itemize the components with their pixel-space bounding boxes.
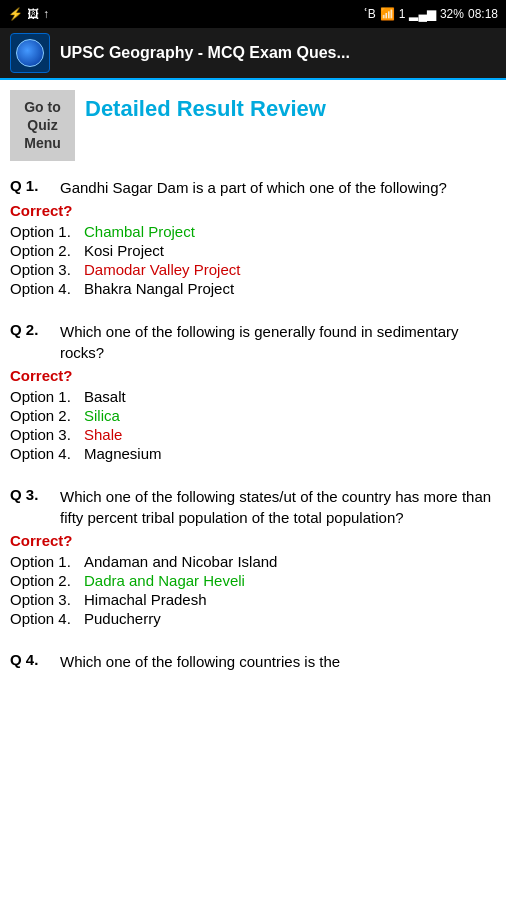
status-right-icons: ʿB 📶 1 ▂▄▆ 32% 08:18 [364, 7, 498, 21]
option-row-2-2: Option 2. Silica [10, 407, 496, 424]
option-label-3-3: Option 3. [10, 591, 78, 608]
option-text-2-3: Shale [84, 426, 122, 443]
option-text-3-1: Andaman and Nicobar Island [84, 553, 277, 570]
option-row-1-2: Option 2. Kosi Project [10, 242, 496, 259]
option-text-1-1: Chambal Project [84, 223, 195, 240]
question-row-2: Q 2. Which one of the following is gener… [10, 321, 496, 363]
app-bar: UPSC Geography - MCQ Exam Ques... [0, 28, 506, 80]
verdict-1: Correct? [10, 202, 496, 219]
question-label-2: Q 2. [10, 321, 50, 363]
question-text-4: Which one of the following countries is … [60, 651, 340, 672]
option-text-1-3: Damodar Valley Project [84, 261, 240, 278]
question-label-3: Q 3. [10, 486, 50, 528]
question-block-3: Q 3. Which one of the following states/u… [10, 486, 496, 627]
option-label-2-4: Option 4. [10, 445, 78, 462]
option-text-1-2: Kosi Project [84, 242, 164, 259]
globe-icon [16, 39, 44, 67]
option-label-1-2: Option 2. [10, 242, 78, 259]
bluetooth-icon: ʿB [364, 7, 376, 21]
question-row-1: Q 1. Gandhi Sagar Dam is a part of which… [10, 177, 496, 198]
battery-level: 32% [440, 7, 464, 21]
question-block-4: Q 4. Which one of the following countrie… [10, 651, 496, 672]
quiz-content: Q 1. Gandhi Sagar Dam is a part of which… [0, 171, 506, 696]
option-row-1-3: Option 3. Damodar Valley Project [10, 261, 496, 278]
option-row-2-1: Option 1. Basalt [10, 388, 496, 405]
option-row-3-1: Option 1. Andaman and Nicobar Island [10, 553, 496, 570]
option-row-1-4: Option 4. Bhakra Nangal Project [10, 280, 496, 297]
image-icon: 🖼 [27, 7, 39, 21]
question-label-4: Q 4. [10, 651, 50, 672]
question-row-4: Q 4. Which one of the following countrie… [10, 651, 496, 672]
option-text-1-4: Bhakra Nangal Project [84, 280, 234, 297]
option-label-2-2: Option 2. [10, 407, 78, 424]
signal-strength: ▂▄▆ [409, 7, 436, 21]
option-text-2-1: Basalt [84, 388, 126, 405]
option-text-2-2: Silica [84, 407, 120, 424]
app-icon [10, 33, 50, 73]
option-label-1-4: Option 4. [10, 280, 78, 297]
option-row-1-1: Option 1. Chambal Project [10, 223, 496, 240]
sim-label: 1 [399, 7, 406, 21]
go-to-quiz-menu-button[interactable]: Go toQuizMenu [10, 90, 75, 161]
usb-icon: ⚡ [8, 7, 23, 21]
option-row-3-2: Option 2. Dadra and Nagar Heveli [10, 572, 496, 589]
question-block-2: Q 2. Which one of the following is gener… [10, 321, 496, 462]
question-text-2: Which one of the following is generally … [60, 321, 496, 363]
app-title: UPSC Geography - MCQ Exam Ques... [60, 44, 350, 62]
option-label-1-3: Option 3. [10, 261, 78, 278]
status-left-icons: ⚡ 🖼 ↑ [8, 7, 49, 21]
option-row-3-4: Option 4. Puducherry [10, 610, 496, 627]
option-text-3-4: Puducherry [84, 610, 161, 627]
option-text-2-4: Magnesium [84, 445, 162, 462]
option-label-3-2: Option 2. [10, 572, 78, 589]
option-row-3-3: Option 3. Himachal Pradesh [10, 591, 496, 608]
option-text-3-3: Himachal Pradesh [84, 591, 207, 608]
wifi-icon: 📶 [380, 7, 395, 21]
verdict-2: Correct? [10, 367, 496, 384]
option-row-2-3: Option 3. Shale [10, 426, 496, 443]
option-label-3-1: Option 1. [10, 553, 78, 570]
question-text-3: Which one of the following states/ut of … [60, 486, 496, 528]
option-text-3-2: Dadra and Nagar Heveli [84, 572, 245, 589]
time-display: 08:18 [468, 7, 498, 21]
option-row-2-4: Option 4. Magnesium [10, 445, 496, 462]
top-section: Go toQuizMenu Detailed Result Review [0, 80, 506, 171]
upload-icon: ↑ [43, 7, 49, 21]
option-label-3-4: Option 4. [10, 610, 78, 627]
option-label-2-3: Option 3. [10, 426, 78, 443]
status-bar: ⚡ 🖼 ↑ ʿB 📶 1 ▂▄▆ 32% 08:18 [0, 0, 506, 28]
option-label-1-1: Option 1. [10, 223, 78, 240]
question-text-1: Gandhi Sagar Dam is a part of which one … [60, 177, 447, 198]
question-block-1: Q 1. Gandhi Sagar Dam is a part of which… [10, 177, 496, 297]
verdict-3: Correct? [10, 532, 496, 549]
question-label-1: Q 1. [10, 177, 50, 198]
page-title: Detailed Result Review [85, 90, 326, 122]
option-label-2-1: Option 1. [10, 388, 78, 405]
main-content: Go toQuizMenu Detailed Result Review Q 1… [0, 80, 506, 900]
question-row-3: Q 3. Which one of the following states/u… [10, 486, 496, 528]
